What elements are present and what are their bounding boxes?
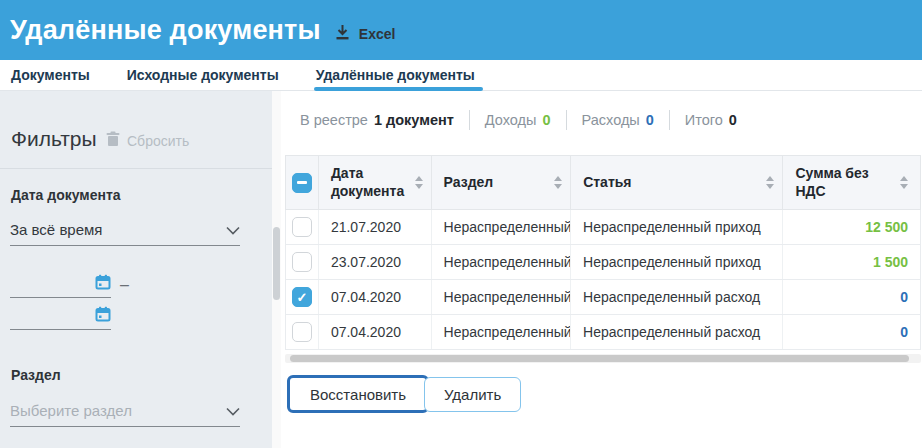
column-header-section[interactable]: Раздел xyxy=(431,156,571,209)
trash-icon xyxy=(106,131,120,150)
registry-label: В реестре xyxy=(300,112,368,128)
cell-article: Нераспределенный приход xyxy=(570,210,782,244)
tab-bar: Документы Исходные документы Удалённые д… xyxy=(0,60,922,91)
table-row[interactable]: 21.07.2020 Нераспределенный приход Нерас… xyxy=(285,210,921,245)
sidebar-scrollbar-thumb[interactable] xyxy=(273,227,280,300)
section-select[interactable]: Выберите раздел xyxy=(10,394,240,427)
reset-filters-label: Сбросить xyxy=(127,133,189,149)
row-checkbox[interactable] xyxy=(292,287,312,307)
summary-separator xyxy=(469,110,470,130)
table-row[interactable]: 07.04.2020 Нераспределенный расход Нерас… xyxy=(285,315,921,350)
select-all-checkbox[interactable] xyxy=(292,173,312,193)
page-header: Удалённые документы Excel xyxy=(0,0,922,60)
filters-title: Фильтры xyxy=(11,127,97,151)
cell-article: Нераспределенный расход xyxy=(570,280,782,314)
section-filter-label: Раздел xyxy=(11,367,61,383)
column-header-section-label: Раздел xyxy=(444,174,494,192)
excel-export-button[interactable]: Excel xyxy=(334,24,396,44)
sidebar-scrollbar[interactable] xyxy=(272,91,281,448)
cell-article: Нераспределенный расход xyxy=(570,315,782,349)
sort-icon[interactable] xyxy=(415,176,423,189)
sidebar-divider xyxy=(0,168,272,169)
cell-date: 07.04.2020 xyxy=(318,280,431,314)
row-checkbox-cell xyxy=(286,315,318,349)
excel-export-label: Excel xyxy=(359,26,396,42)
total-label: Итого xyxy=(685,112,723,128)
column-header-date-label: Дата документа xyxy=(331,165,409,200)
table-scrollbar-thumb[interactable] xyxy=(290,355,909,362)
row-checkbox-cell xyxy=(286,210,318,244)
cell-date: 23.07.2020 xyxy=(318,245,431,279)
column-header-date[interactable]: Дата документа xyxy=(318,156,431,209)
page-title: Удалённые документы xyxy=(10,15,321,46)
income-label: Доходы xyxy=(485,112,537,128)
row-checkbox[interactable] xyxy=(292,322,312,342)
sort-icon[interactable] xyxy=(900,176,908,189)
row-checkbox[interactable] xyxy=(292,217,312,237)
cell-section: Нераспределенный приход xyxy=(431,245,571,279)
total-value: 0 xyxy=(729,112,737,128)
table-body: 21.07.2020 Нераспределенный приход Нерас… xyxy=(285,210,921,350)
column-header-amount-label: Сумма без НДС xyxy=(795,165,894,200)
summary-separator xyxy=(669,110,670,130)
column-header-article[interactable]: Статья xyxy=(570,156,782,209)
cell-amount: 0 xyxy=(782,315,920,349)
date-range-separator: – xyxy=(120,276,129,294)
tab-source-documents[interactable]: Исходные документы xyxy=(127,60,279,90)
cell-section: Нераспределенный расход xyxy=(431,280,571,314)
cell-amount: 12 500 xyxy=(782,210,920,244)
sort-icon[interactable] xyxy=(766,176,774,189)
filters-sidebar: Фильтры Сбросить Дата документа За всё в… xyxy=(0,91,272,448)
column-header-article-label: Статья xyxy=(583,174,631,192)
cell-section: Нераспределенный приход xyxy=(431,210,571,244)
expense-value: 0 xyxy=(646,112,654,128)
sort-icon[interactable] xyxy=(554,176,562,189)
registry-summary: В реестре 1 документ Доходы 0 Расходы 0 … xyxy=(300,110,737,130)
tab-documents[interactable]: Документы xyxy=(11,60,90,90)
registry-value: 1 документ xyxy=(374,112,454,128)
table-horizontal-scrollbar[interactable] xyxy=(285,354,921,363)
download-icon xyxy=(334,24,351,44)
cell-amount: 0 xyxy=(782,280,920,314)
calendar-icon xyxy=(95,306,111,326)
column-header-amount[interactable]: Сумма без НДС xyxy=(782,156,920,209)
table-row[interactable]: 07.04.2020 Нераспределенный расход Нерас… xyxy=(285,280,921,315)
cell-section: Нераспределенный расход xyxy=(431,315,571,349)
summary-separator xyxy=(566,110,567,130)
cell-amount: 1 500 xyxy=(782,245,920,279)
cell-article: Нераспределенный приход xyxy=(570,245,782,279)
app-window: Удалённые документы Excel Документы Исхо… xyxy=(0,0,922,448)
restore-button[interactable]: Восстановить xyxy=(287,375,429,413)
date-from-input[interactable] xyxy=(10,274,111,298)
expense-label: Расходы xyxy=(582,112,640,128)
table-header: Дата документа Раздел Статья Сумма без Н… xyxy=(285,155,921,210)
cell-date: 21.07.2020 xyxy=(318,210,431,244)
date-to-input[interactable] xyxy=(10,306,111,330)
chevron-down-icon xyxy=(226,221,240,238)
chevron-down-icon xyxy=(226,402,240,419)
reset-filters-button[interactable]: Сбросить xyxy=(106,131,189,150)
date-filter-label: Дата документа xyxy=(11,187,121,203)
row-checkbox[interactable] xyxy=(292,252,312,272)
header-checkbox-cell xyxy=(286,156,318,209)
row-checkbox-cell xyxy=(286,245,318,279)
documents-table: Дата документа Раздел Статья Сумма без Н… xyxy=(285,155,921,350)
date-period-select[interactable]: За всё время xyxy=(10,213,240,246)
section-select-placeholder: Выберите раздел xyxy=(10,402,132,419)
calendar-icon xyxy=(95,274,111,294)
cell-date: 07.04.2020 xyxy=(318,315,431,349)
table-row[interactable]: 23.07.2020 Нераспределенный приход Нерас… xyxy=(285,245,921,280)
date-period-value: За всё время xyxy=(10,221,102,238)
delete-button[interactable]: Удалить xyxy=(424,377,521,412)
tab-deleted-documents[interactable]: Удалённые документы xyxy=(316,60,475,90)
row-checkbox-cell xyxy=(286,280,318,314)
income-value: 0 xyxy=(542,112,550,128)
